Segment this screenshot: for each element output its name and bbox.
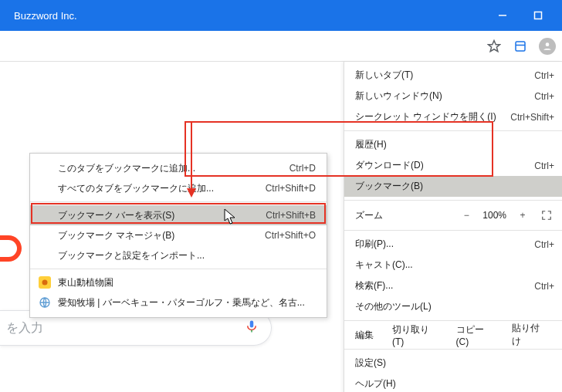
submenu-bookmark-manager[interactable]: ブックマーク マネージャ(B) Ctrl+Shift+O: [30, 225, 327, 245]
minimize-button[interactable]: [485, 0, 520, 31]
maximize-button[interactable]: [520, 0, 556, 31]
main-menu: 新しいタブ(T) Ctrl+ 新しいウィンドウ(N) Ctrl+ シークレット …: [344, 62, 562, 392]
menu-more-tools[interactable]: その他のツール(L): [344, 296, 562, 317]
fullscreen-icon[interactable]: [539, 208, 554, 223]
toolbar: [0, 31, 562, 62]
menu-downloads[interactable]: ダウンロード(D) Ctrl+: [344, 155, 562, 176]
star-icon[interactable]: [486, 39, 502, 54]
search-placeholder: を入力: [6, 320, 43, 336]
menu-separator: [344, 130, 562, 131]
menu-history[interactable]: 履歴(H): [344, 134, 562, 155]
edit-copy[interactable]: コピー(C): [450, 322, 503, 349]
extension-icon[interactable]: [513, 39, 528, 54]
zoom-out-button[interactable]: −: [458, 210, 475, 221]
globe-icon: [38, 296, 52, 309]
menu-edit-row: 編集 切り取り(T) コピー(C) 貼り付け: [344, 324, 562, 346]
submenu-separator: [30, 269, 327, 269]
profile-avatar[interactable]: [539, 38, 556, 55]
titlebar: Buzzword Inc.: [0, 0, 562, 31]
menu-separator: [344, 230, 562, 231]
zoom-in-button[interactable]: +: [514, 210, 531, 221]
window-title: Buzzword Inc.: [6, 10, 485, 22]
menu-new-tab[interactable]: 新しいタブ(T) Ctrl+: [344, 65, 562, 86]
bookmark-item-2[interactable]: 愛知牧場 | バーベキュー・パターゴルフ・乗馬など、名古...: [30, 292, 327, 313]
edit-paste[interactable]: 貼り付け: [506, 320, 554, 350]
logo-fragment: [0, 235, 22, 262]
svg-marker-2: [489, 40, 500, 51]
favicon-icon: [38, 275, 52, 289]
menu-new-window[interactable]: 新しいウィンドウ(N) Ctrl+: [344, 86, 562, 106]
svg-point-5: [546, 42, 550, 46]
menu-find[interactable]: 検索(F)... Ctrl+: [344, 275, 562, 296]
bookmarks-submenu: このタブをブックマークに追加... Ctrl+D すべてのタブをブックマークに追…: [29, 153, 327, 318]
menu-print[interactable]: 印刷(P)... Ctrl+: [344, 234, 562, 255]
menu-help[interactable]: ヘルプ(H): [344, 373, 562, 392]
menu-cast[interactable]: キャスト(C)...: [344, 255, 562, 275]
svg-rect-6: [250, 321, 254, 328]
bookmark-item-1[interactable]: 東山動植物園: [30, 272, 327, 292]
mic-icon[interactable]: [245, 318, 259, 338]
menu-bookmarks[interactable]: ブックマーク(B): [344, 176, 562, 197]
menu-incognito[interactable]: シークレット ウィンドウを開く(I) Ctrl+Shift+: [344, 106, 562, 127]
zoom-value: 100%: [482, 210, 506, 221]
svg-rect-3: [516, 42, 525, 51]
submenu-bookmark-all-tabs[interactable]: すべてのタブをブックマークに追加... Ctrl+Shift+D: [30, 178, 327, 198]
submenu-bookmark-this-tab[interactable]: このタブをブックマークに追加... Ctrl+D: [30, 158, 327, 178]
menu-zoom: ズーム − 100% +: [344, 204, 562, 227]
submenu-separator: [30, 201, 327, 202]
submenu-show-bookmark-bar[interactable]: ブックマーク バーを表示(S) Ctrl+Shift+B: [30, 205, 327, 225]
svg-rect-1: [535, 12, 542, 19]
svg-point-9: [42, 280, 48, 286]
menu-separator: [344, 200, 562, 201]
edit-cut[interactable]: 切り取り(T): [386, 322, 447, 349]
submenu-import-bookmarks[interactable]: ブックマークと設定をインポート...: [30, 245, 327, 265]
menu-settings[interactable]: 設定(S): [344, 353, 562, 373]
